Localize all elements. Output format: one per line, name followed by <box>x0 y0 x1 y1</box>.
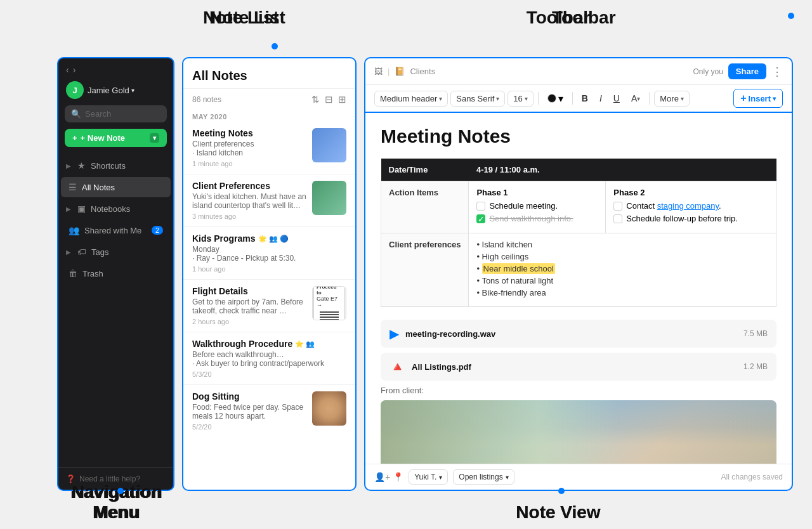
add-person-icon[interactable]: 👤+ <box>374 472 390 482</box>
location-icon[interactable]: 📍 <box>393 472 403 482</box>
note-item-kids[interactable]: Kids Programs 🌟 👥 🔵 Monday· Ray - Dance … <box>183 227 355 280</box>
new-note-button[interactable]: + + New Note ▾ <box>65 129 167 147</box>
checkbox[interactable] <box>613 214 622 223</box>
color-picker-button[interactable]: ▾ <box>543 90 568 107</box>
note-item-client[interactable]: Client Preferences Yuki's ideal kitchen.… <box>183 174 355 227</box>
list-icon: ☰ <box>69 182 77 192</box>
sidebar-item-label: Shortcuts <box>91 161 126 171</box>
sidebar-item-tags[interactable]: ▶ 🏷 Tags <box>61 242 171 262</box>
checkbox[interactable] <box>476 202 485 211</box>
chevron-right-icon: ▶ <box>66 249 71 256</box>
underline-button[interactable]: U <box>609 91 624 106</box>
user-select-dropdown[interactable]: Yuki T. ▾ <box>409 469 448 485</box>
sidebar-item-notebooks[interactable]: ▶ ▣ Notebooks <box>61 199 171 219</box>
note-item-meeting[interactable]: Meeting Notes Client preferences· Island… <box>183 122 355 174</box>
dropdown-arrow-icon: ▾ <box>150 133 159 143</box>
file-size: 7.5 MB <box>743 329 768 338</box>
sidebar-item-shared[interactable]: 👥 Shared with Me 2 <box>61 220 171 240</box>
listings-dropdown[interactable]: Open listings ▾ <box>453 469 514 485</box>
note-title: Meeting Notes <box>192 128 307 138</box>
note-item-flight[interactable]: Flight Details Get to the airport by 7am… <box>183 280 355 332</box>
chevron-right-icon: ▶ <box>66 162 71 169</box>
staging-link[interactable]: staging company <box>657 201 719 211</box>
note-preview: Food: Feed twice per day. Space meals 12… <box>192 403 307 421</box>
phase2-label: Phase 2 <box>613 188 768 197</box>
heading-style-dropdown[interactable]: Medium header ▾ <box>374 91 448 107</box>
checkbox[interactable] <box>613 202 622 211</box>
checkbox-label: Contact staging company. <box>626 201 721 211</box>
bold-button[interactable]: B <box>577 91 593 106</box>
sidebar-item-all-notes[interactable]: ☰ All Notes <box>61 177 171 197</box>
note-item-dog[interactable]: Dog Sitting Food: Feed twice per day. Sp… <box>183 385 355 437</box>
table-cell-action-items-label: Action Items <box>381 181 469 233</box>
note-list-title: All Notes <box>183 58 355 89</box>
note-preview: Monday· Ray - Dance - Pickup at 5:30. <box>192 245 346 263</box>
note-thumbnail: Proceed to Gate E7 → <box>312 286 346 320</box>
pref-item-highlighted: Near middle school <box>476 264 768 273</box>
nav-forward-btn[interactable]: › <box>73 65 76 75</box>
plus-icon: + <box>740 93 746 104</box>
note-title: Dog Sitting <box>192 391 307 402</box>
saved-status: All changes saved <box>721 473 783 481</box>
italic-button[interactable]: I <box>595 91 606 106</box>
listings-label: Open listings <box>459 473 502 481</box>
checkbox-checked[interactable]: ✓ <box>476 214 485 223</box>
table-cell-client-prefs: Island kitchen High ceilings Near middle… <box>469 233 776 307</box>
pref-item: Bike-friendly area <box>476 288 768 297</box>
chevron-down-icon: ▾ <box>681 95 684 102</box>
more-options-icon[interactable]: ⋮ <box>771 65 783 79</box>
more-dropdown[interactable]: More ▾ <box>654 91 690 107</box>
chevron-down-icon: ▾ <box>558 93 563 105</box>
note-item-walkthrough[interactable]: Walkthrough Procedure ⭐ 👥 Before each wa… <box>183 332 355 385</box>
chevron-right-icon: ▶ <box>66 206 71 212</box>
note-content-area: Meeting Notes Date/Time 4-19 / 11:00 a.m… <box>365 113 792 464</box>
user-label: Yuki T. <box>414 473 436 481</box>
filter-icon[interactable]: ⊟ <box>325 94 333 105</box>
note-view-topbar: 🖼 | 📔 Clients Only you Share ⋮ <box>365 58 792 85</box>
note-time: 3 minutes ago <box>192 212 307 220</box>
file-row-wav: ▶ meeting-recording.wav 7.5 MB <box>381 320 776 348</box>
highlight-button[interactable]: A ▾ <box>627 91 645 106</box>
phase1-label: Phase 1 <box>476 188 598 197</box>
notebook-icon: ▣ <box>77 204 86 214</box>
chevron-down-icon: ▾ <box>439 474 442 481</box>
note-thumbnail <box>312 128 346 162</box>
note-time: 5/3/20 <box>192 370 346 378</box>
search-input[interactable]: 🔍 Search <box>65 105 167 122</box>
note-table: Date/Time 4-19 / 11:00 a.m. Action Items… <box>381 159 776 307</box>
plus-icon: + <box>72 133 77 143</box>
search-placeholder: Search <box>85 109 111 119</box>
heading-style-label: Medium header <box>380 94 437 103</box>
sidebar-item-shortcuts[interactable]: ▶ ★ Shortcuts <box>61 155 171 176</box>
checkbox-item: Schedule meeting. <box>476 201 598 211</box>
kids-icons: 🌟 👥 🔵 <box>258 235 289 243</box>
note-view-panel: 🖼 | 📔 Clients Only you Share ⋮ Medium he… <box>364 57 793 491</box>
sidebar-item-label: Shared with Me <box>84 226 141 235</box>
notebook-name[interactable]: Clients <box>410 67 435 76</box>
sidebar-item-label: Notebooks <box>91 204 130 214</box>
nav-back-btn[interactable]: ‹ <box>66 65 69 75</box>
from-client-label: From client: <box>381 386 776 395</box>
nav-header: ‹ › <box>58 58 173 79</box>
chevron-down-icon: ▾ <box>506 474 509 481</box>
note-thumbnail <box>312 181 346 215</box>
table-cell-client-prefs-label: Client preferences <box>381 233 469 307</box>
note-title: Kids Programs 🌟 👥 🔵 <box>192 233 346 244</box>
client-image <box>381 400 776 464</box>
insert-button[interactable]: + Insert ▾ <box>733 89 783 108</box>
font-dropdown[interactable]: Sans Serif ▾ <box>450 91 505 107</box>
color-swatch <box>547 94 556 103</box>
note-time: 2 hours ago <box>192 318 307 325</box>
avatar: J <box>66 81 84 99</box>
note-list-panel: All Notes 86 notes ⇅ ⊟ ⊞ MAY 2020 Meetin… <box>182 57 357 491</box>
sidebar-item-trash[interactable]: 🗑 Trash <box>61 263 171 284</box>
more-label: More <box>660 94 679 103</box>
share-button[interactable]: Share <box>728 63 766 79</box>
sort-icon[interactable]: ⇅ <box>311 94 320 105</box>
username-label: Jamie Gold ▾ <box>88 86 134 95</box>
view-toggle-icon[interactable]: ⊞ <box>338 94 346 105</box>
font-label: Sans Serif <box>456 94 494 103</box>
font-size-dropdown[interactable]: 16 ▾ <box>508 91 533 107</box>
new-note-label: + New Note <box>81 133 125 143</box>
note-toolbar: Medium header ▾ Sans Serif ▾ 16 ▾ ▾ B I … <box>365 85 792 113</box>
